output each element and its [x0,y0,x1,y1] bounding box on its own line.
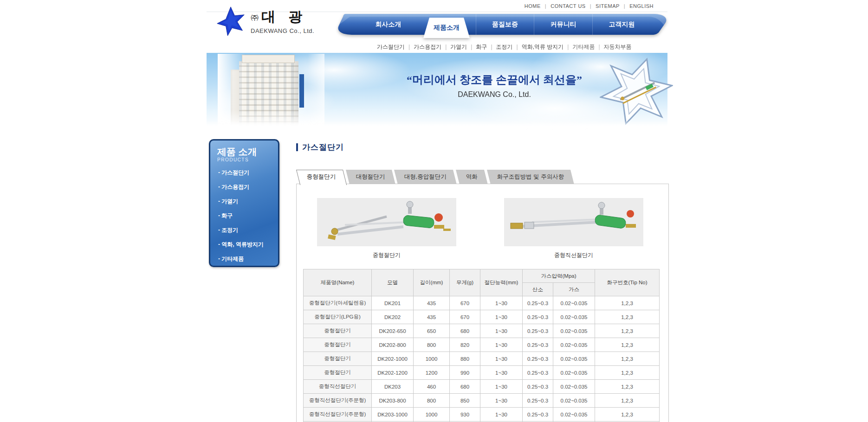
product-tabs: 중형절단기대형절단기대형,중압절단기역화화구조립방법 및 주의사항 [296,170,573,184]
subnav-separator: | [491,44,492,50]
spec-table: 제품명(Name) 모델 길이(mm) 무게(g) 절단능력(mm) 가스압력(… [303,269,660,422]
product-photo-straight-torch [504,198,643,246]
top-link-sitemap[interactable]: SITEMAP [596,3,620,9]
table-cell: 중형절단기 [304,352,372,366]
company-building-photo [218,54,324,126]
top-links: HOME|CONTACT US|SITEMAP|ENGLISH [525,3,654,9]
top-link-contact-us[interactable]: CONTACT US [551,3,586,9]
sidebar-item-4[interactable]: 화구 [218,212,273,220]
logo-subtitle: DAEKWANG Co., Ltd. [251,27,314,34]
table-cell: 435 [414,310,450,324]
table-cell: 중형절단기(아세틸렌용) [304,296,372,310]
table-cell: 0.25~0.3 [523,352,553,366]
table-cell: 680 [450,324,480,338]
sidebar-item-1[interactable]: 가스절단기 [218,169,273,177]
subnav-item-4[interactable]: 화구 [476,44,487,50]
logo-prefix: ㈜ [251,13,259,22]
table-cell: 1,2,3 [595,394,660,408]
tab-label: 역화 [458,170,486,184]
table-cell: 0.02~0.035 [553,296,595,310]
table-cell: 1,2,3 [595,338,660,352]
main-navigation: 회사소개제품소개품질보증커뮤니티고객지원 제품소개 [330,14,667,35]
product-photo-torch [317,198,456,246]
table-cell: 1,2,3 [595,324,660,338]
table-cell: 0.25~0.3 [523,324,553,338]
table-cell: DK201 [372,296,414,310]
banner-slogan: “머리에서 창조를 손끝에서 최선을” DAEKWANG Co., Ltd. [392,72,596,99]
table-cell: 0.02~0.035 [553,394,595,408]
table-row: 중형직선절단기(주문형)DK203-8008008501~300.25~0.30… [304,394,660,408]
subnav-item-5[interactable]: 조정기 [496,44,513,50]
sidebar-item-7[interactable]: 기타제품 [218,255,273,263]
table-row: 중형절단기(LPG용)DK2024356701~300.25~0.30.02~0… [304,310,660,324]
table-cell: DK202 [372,310,414,324]
page-title: 가스절단기 [296,142,344,153]
table-cell: 670 [450,310,480,324]
table-cell: DK202-1000 [372,352,414,366]
subnav-separator: | [445,44,447,50]
col-header-gas: 가스 [553,283,595,296]
col-header-tip-no: 화구번호(Tip No) [595,269,660,296]
table-cell: 중형직선절단기 [304,380,372,394]
subnav-item-3[interactable]: 가열기 [450,44,467,50]
tab-1[interactable]: 중형절단기 [296,170,347,185]
table-cell: 800 [414,394,450,408]
table-row: 중형직선절단기DK2034606801~300.25~0.30.02~0.035… [304,380,660,394]
table-cell: 0.25~0.3 [523,380,553,394]
col-header-weight: 무게(g) [450,269,480,296]
table-cell: 1,2,3 [595,296,660,310]
sidebar-item-5[interactable]: 조정기 [218,226,273,234]
table-row: 중형절단기(아세틸렌용)DK2014356701~300.25~0.30.02~… [304,296,660,310]
table-cell: 820 [450,338,480,352]
tab-3[interactable]: 대형,중압절단기 [394,170,456,184]
table-row: 중형절단기DK202-100010008801~300.25~0.30.02~0… [304,352,660,366]
table-cell: 880 [450,352,480,366]
tab-label: 대형,중압절단기 [396,170,455,184]
table-cell: 1~30 [480,408,523,422]
active-nav-tab[interactable]: 제품소개 [423,18,470,38]
product-figure: 중형절단기 [317,198,456,259]
col-header-capacity: 절단능력(mm) [480,269,523,296]
table-cell: 중형절단기(LPG용) [304,310,372,324]
nav-item-1[interactable]: 회사소개 [359,14,417,35]
table-cell: 1~30 [480,366,523,380]
tab-2[interactable]: 대형절단기 [346,170,395,184]
main-nav-items: 회사소개제품소개품질보증커뮤니티고객지원 [330,14,667,35]
banner-company: DAEKWANG Co., Ltd. [392,90,596,99]
table-cell: 1~30 [480,310,523,324]
tab-4[interactable]: 역화 [456,170,487,184]
sidebar-item-2[interactable]: 가스용접기 [218,183,273,191]
products-sidebar: 제품 소개 PRODUCTS 가스절단기가스용접기가열기화구조정기역화, 역류방… [209,139,279,267]
nav-item-5[interactable]: 고객지원 [592,14,651,35]
subnav-item-1[interactable]: 가스절단기 [377,44,405,50]
tab-label: 중형절단기 [298,170,344,184]
table-cell: 670 [450,296,480,310]
spec-table-body: 중형절단기(아세틸렌용)DK2014356701~300.25~0.30.02~… [304,296,660,422]
table-cell: 1,2,3 [595,310,660,324]
table-row: 중형절단기DK202-6506506801~300.25~0.30.02~0.0… [304,324,660,338]
subnav-separator: | [408,44,410,50]
table-cell: 0.02~0.035 [553,352,595,366]
table-cell: 850 [450,394,480,408]
table-cell: 1~30 [480,380,523,394]
subnav-item-2[interactable]: 가스용접기 [414,44,441,50]
sidebar-subtitle: PRODUCTS [217,157,273,162]
nav-item-4[interactable]: 커뮤니티 [534,14,592,35]
tab-5[interactable]: 화구조립방법 및 주의사항 [487,170,574,184]
table-cell: 930 [450,408,480,422]
nav-item-3[interactable]: 품질보증 [476,14,534,35]
top-link-english[interactable]: ENGLISH [629,3,654,9]
sidebar-item-8[interactable]: 자동차부품 [218,269,273,277]
sidebar-item-6[interactable]: 역화, 역류방지기 [218,241,273,249]
tab-label: 대형절단기 [347,170,393,184]
col-header-name: 제품명(Name) [304,269,372,296]
product-caption: 중형직선절단기 [504,251,643,259]
table-cell: 중형절단기 [304,338,372,352]
company-logo[interactable]: ㈜대 광 DAEKWANG Co., Ltd. [215,6,314,37]
col-header-model: 모델 [372,269,414,296]
tab-label: 화구조립방법 및 주의사항 [489,170,572,184]
table-cell: 650 [414,324,450,338]
sidebar-item-3[interactable]: 가열기 [218,198,273,205]
top-link-home[interactable]: HOME [525,3,541,9]
link-separator: | [590,3,591,9]
